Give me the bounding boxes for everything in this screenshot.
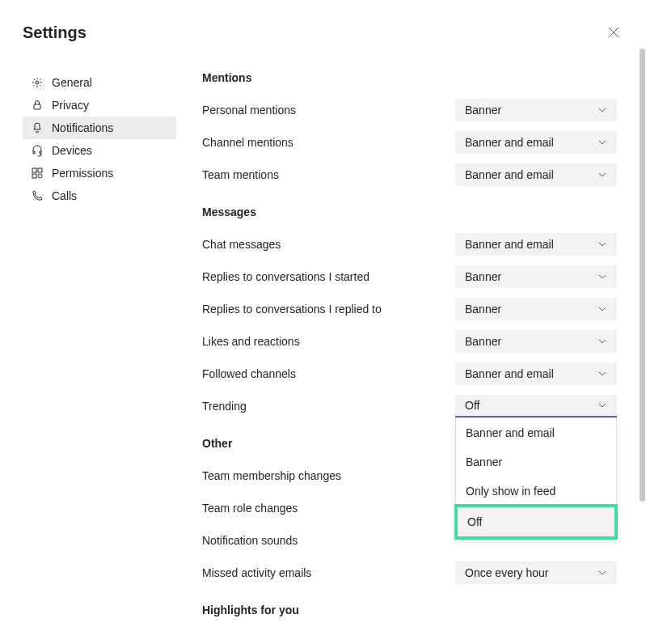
sidebar-item-label: Calls: [52, 189, 77, 202]
scrollbar-thumb[interactable]: [640, 49, 645, 502]
chevron-down-icon: [597, 304, 607, 314]
chevron-down-icon: [597, 239, 607, 249]
gear-icon: [31, 76, 44, 89]
setting-label-notification-sounds: Notification sounds: [202, 534, 298, 547]
sidebar-item-notifications[interactable]: Notifications: [23, 117, 176, 139]
dropdown-trending[interactable]: Off Banner and email Banner Only show in…: [455, 395, 617, 417]
dropdown-value: Once every hour: [465, 566, 549, 579]
sidebar-item-calls[interactable]: Calls: [23, 184, 176, 207]
dropdown-likes-reactions[interactable]: Banner: [455, 330, 617, 353]
setting-label-channel-mentions: Channel mentions: [202, 136, 293, 149]
sidebar-item-devices[interactable]: Devices: [23, 139, 176, 162]
setting-label-replies-started: Replies to conversations I started: [202, 270, 369, 283]
phone-icon: [31, 189, 44, 202]
dropdown-value: Banner and email: [465, 367, 554, 380]
section-messages: Messages: [202, 205, 617, 218]
dropdown-value: Banner: [465, 104, 501, 117]
dropdown-value: Banner: [465, 303, 501, 316]
sidebar-item-permissions[interactable]: Permissions: [23, 162, 176, 184]
sidebar-item-privacy[interactable]: Privacy: [23, 94, 176, 117]
setting-label-trending: Trending: [202, 400, 247, 413]
sidebar-item-label: Privacy: [52, 99, 89, 112]
dropdown-option-banner[interactable]: Banner: [456, 447, 616, 477]
bell-icon: [31, 121, 44, 134]
chevron-down-icon: [597, 272, 607, 282]
dropdown-value: Banner and email: [465, 168, 554, 181]
dropdown-followed-channels[interactable]: Banner and email: [455, 362, 617, 385]
sidebar-item-label: Notifications: [52, 121, 113, 134]
dropdown-replies-started[interactable]: Banner: [455, 265, 617, 288]
dropdown-replies-replied[interactable]: Banner: [455, 298, 617, 320]
section-mentions: Mentions: [202, 71, 617, 84]
svg-rect-4: [32, 174, 36, 178]
dropdown-team-mentions[interactable]: Banner and email: [455, 163, 617, 186]
dropdown-menu: Banner and email Banner Only show in fee…: [455, 417, 617, 539]
setting-label-team-mentions: Team mentions: [202, 168, 279, 181]
close-button[interactable]: [601, 19, 627, 45]
chevron-down-icon: [597, 400, 607, 410]
headset-icon: [31, 144, 44, 157]
setting-label-replies-replied: Replies to conversations I replied to: [202, 303, 382, 316]
dropdown-value: Banner: [465, 335, 501, 348]
setting-label-team-membership: Team membership changes: [202, 469, 341, 482]
dropdown-missed-activity[interactable]: Once every hour: [455, 561, 617, 584]
setting-label-likes-reactions: Likes and reactions: [202, 335, 300, 348]
svg-rect-3: [38, 168, 42, 172]
dropdown-channel-mentions[interactable]: Banner and email: [455, 131, 617, 154]
sidebar-item-general[interactable]: General: [23, 71, 176, 94]
chevron-down-icon: [597, 369, 607, 379]
settings-title: Settings: [23, 23, 87, 42]
chevron-down-icon: [597, 568, 607, 578]
chevron-down-icon: [597, 170, 607, 180]
sidebar: General Privacy Notifications Devices: [23, 71, 176, 644]
section-highlights: Highlights for you: [202, 604, 617, 616]
setting-label-personal-mentions: Personal mentions: [202, 104, 296, 117]
close-icon: [608, 27, 619, 38]
lock-icon: [31, 99, 44, 112]
setting-label-team-role: Team role changes: [202, 502, 298, 515]
setting-label-chat-messages: Chat messages: [202, 238, 281, 251]
dropdown-option-feed[interactable]: Only show in feed: [456, 477, 616, 506]
dropdown-option-off[interactable]: Off: [454, 504, 618, 540]
permissions-icon: [31, 167, 44, 180]
dropdown-option-banner-email[interactable]: Banner and email: [456, 418, 616, 447]
chevron-down-icon: [597, 337, 607, 346]
setting-label-missed-activity: Missed activity emails: [202, 566, 311, 579]
dropdown-value: Banner and email: [465, 238, 554, 251]
chevron-down-icon: [597, 138, 607, 147]
dropdown-value: Banner: [465, 270, 501, 283]
svg-rect-2: [32, 168, 36, 172]
sidebar-item-label: General: [52, 76, 92, 89]
svg-point-0: [36, 81, 39, 84]
sidebar-item-label: Devices: [52, 144, 92, 157]
dropdown-value: Banner and email: [465, 136, 554, 149]
sidebar-item-label: Permissions: [52, 167, 113, 180]
setting-label-followed-channels: Followed channels: [202, 367, 296, 380]
scrollbar[interactable]: [639, 49, 645, 644]
dropdown-value: Off: [465, 399, 479, 412]
dropdown-chat-messages[interactable]: Banner and email: [455, 233, 617, 256]
chevron-down-icon: [597, 105, 607, 115]
svg-rect-1: [34, 104, 40, 109]
svg-point-5: [38, 174, 42, 178]
dropdown-personal-mentions[interactable]: Banner: [455, 99, 617, 121]
main-content: Mentions Personal mentions Banner Channe…: [202, 71, 627, 644]
